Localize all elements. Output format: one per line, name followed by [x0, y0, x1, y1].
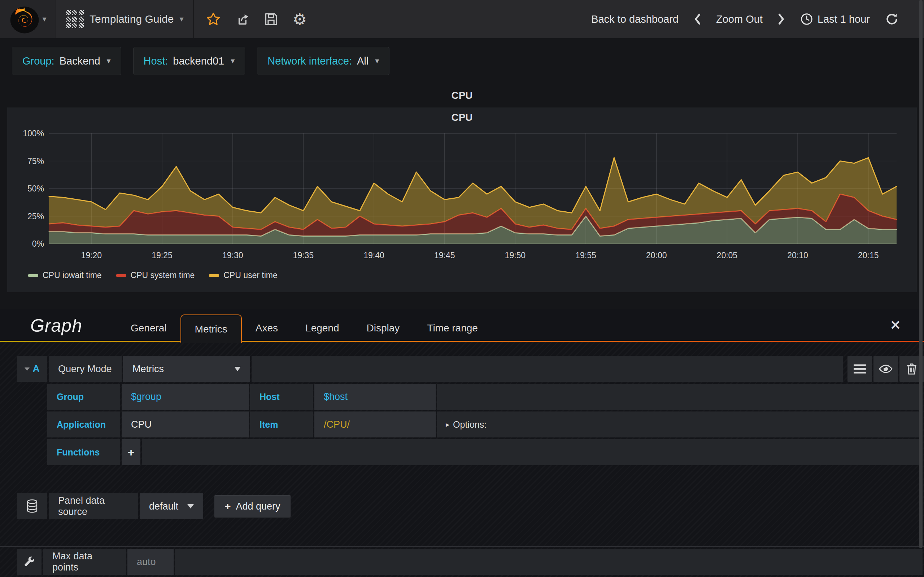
item-input[interactable]: /CPU/ [314, 411, 436, 437]
navbar: ▾ Templating Guide ▾ [0, 0, 924, 38]
time-picker-button[interactable]: Last 1 hour [794, 13, 876, 26]
grafana-logo-menu[interactable]: ▾ [0, 0, 56, 38]
svg-text:20:05: 20:05 [717, 251, 738, 260]
share-icon [234, 11, 250, 27]
datasource-label: Panel data source [49, 493, 138, 519]
query-letter: A [32, 363, 40, 375]
query-toggle-visibility-button[interactable] [874, 356, 898, 382]
query-menu-button[interactable] [848, 356, 872, 382]
settings-icon-cell [17, 549, 42, 575]
dashboard-title-caret-icon: ▾ [179, 15, 183, 23]
star-icon [206, 11, 221, 27]
variable-dropdown-host[interactable]: Host: backend01 ▾ [133, 47, 246, 75]
legend-swatch-icon [209, 274, 219, 277]
wrench-icon [23, 556, 36, 568]
eye-icon [879, 364, 893, 374]
editor-accent-underline [0, 341, 924, 342]
options-toggle[interactable]: ▸ Options: [437, 411, 922, 437]
group-label: Group [47, 384, 120, 410]
row-filler [142, 439, 922, 465]
max-data-points-label: Max data points [43, 549, 126, 575]
svg-text:19:55: 19:55 [575, 251, 596, 260]
variable-dropdown-network-interface[interactable]: Network interface: All ▾ [257, 47, 389, 75]
navbar-actions: ⚙ [194, 0, 320, 38]
variable-dropdown-group[interactable]: Group: Backend ▾ [12, 47, 121, 75]
add-query-button[interactable]: + Add query [214, 495, 291, 518]
host-input[interactable]: $host [314, 384, 436, 410]
tab-axes[interactable]: Axes [242, 314, 292, 342]
svg-text:0%: 0% [32, 239, 44, 248]
save-button[interactable] [257, 0, 286, 38]
trash-icon [906, 363, 917, 375]
tab-metrics[interactable]: Metrics [181, 314, 242, 343]
svg-text:20:10: 20:10 [787, 251, 808, 260]
plus-icon: + [225, 500, 231, 513]
back-to-dashboard-button[interactable]: Back to dashboard [585, 13, 685, 25]
chevron-down-icon: ▾ [231, 56, 234, 66]
time-shift-left-button[interactable] [688, 0, 707, 38]
query-collapse-toggle[interactable]: A [17, 356, 47, 382]
gear-icon: ⚙ [293, 10, 307, 29]
tab-time-range[interactable]: Time range [413, 314, 492, 342]
svg-text:50%: 50% [27, 184, 44, 193]
tab-display[interactable]: Display [353, 314, 414, 342]
settings-button[interactable]: ⚙ [286, 0, 314, 38]
close-editor-button[interactable]: ✕ [890, 318, 901, 333]
row-filler [252, 356, 843, 382]
dashboard-row-title[interactable]: CPU [0, 84, 924, 108]
star-button[interactable] [199, 0, 228, 38]
svg-text:100%: 100% [23, 129, 44, 138]
svg-text:19:45: 19:45 [434, 251, 455, 260]
dashboard-title: Templating Guide [89, 13, 174, 25]
hamburger-menu-icon [854, 364, 866, 374]
variable-value: All [357, 55, 368, 67]
functions-label: Functions [47, 439, 120, 465]
query-group-host-row: Group $group Host $host [0, 384, 924, 410]
svg-text:19:30: 19:30 [222, 251, 243, 260]
max-data-points-input[interactable]: auto [128, 549, 174, 575]
datasource-select[interactable]: default [140, 493, 203, 519]
query-mode-select[interactable]: Metrics [123, 356, 250, 382]
legend-item-iowait[interactable]: CPU iowait time [28, 271, 102, 280]
logo-dropdown-caret-icon: ▾ [42, 15, 46, 23]
cpu-graph-panel: CPU 0%25%50%75%100%19:2019:2519:3019:351… [7, 108, 917, 292]
chevron-left-icon [693, 13, 702, 25]
tab-legend[interactable]: Legend [292, 314, 353, 342]
page-scrollbar[interactable] [919, 0, 922, 548]
max-data-points-row: Max data points auto [0, 549, 924, 575]
dashboard-title-menu[interactable]: Templating Guide ▾ [56, 0, 194, 38]
time-shift-right-button[interactable] [772, 0, 791, 38]
svg-text:19:50: 19:50 [505, 251, 526, 260]
select-caret-icon [234, 367, 241, 371]
item-label: Item [250, 411, 313, 437]
application-input[interactable]: CPU [122, 411, 249, 437]
datasource-row: Panel data source default + Add query [0, 493, 924, 519]
graph-legend: CPU iowait time CPU system time CPU user… [7, 267, 917, 280]
add-function-button[interactable]: + [122, 439, 141, 465]
variable-label: Group: [23, 55, 55, 67]
refresh-button[interactable] [879, 0, 905, 38]
section-divider [0, 546, 924, 547]
zoom-out-button[interactable]: Zoom Out [709, 13, 769, 25]
dashboard-grid-icon [66, 10, 84, 28]
panel-editor-header: Graph General Metrics Axes Legend Displa… [0, 309, 924, 342]
group-input[interactable]: $group [122, 384, 249, 410]
legend-item-system[interactable]: CPU system time [116, 271, 195, 280]
variable-label: Network interface: [267, 55, 352, 67]
host-label: Host [250, 384, 313, 410]
share-button[interactable] [228, 0, 257, 38]
application-label: Application [47, 411, 120, 437]
save-icon [263, 11, 279, 27]
row-filler [175, 549, 922, 575]
legend-item-user[interactable]: CPU user time [209, 271, 278, 280]
row-filler [437, 384, 922, 410]
svg-text:19:25: 19:25 [152, 251, 173, 260]
tab-general[interactable]: General [117, 314, 181, 342]
chevron-down-icon: ▾ [107, 56, 111, 66]
graph-canvas[interactable]: 0%25%50%75%100%19:2019:2519:3019:3519:40… [7, 128, 917, 267]
chevron-down-icon: ▾ [375, 56, 379, 66]
variable-label: Host: [144, 55, 168, 67]
svg-text:25%: 25% [27, 212, 44, 221]
panel-title[interactable]: CPU [7, 108, 917, 128]
stacked-area-chart: 0%25%50%75%100%19:2019:2519:3019:3519:40… [10, 128, 908, 266]
